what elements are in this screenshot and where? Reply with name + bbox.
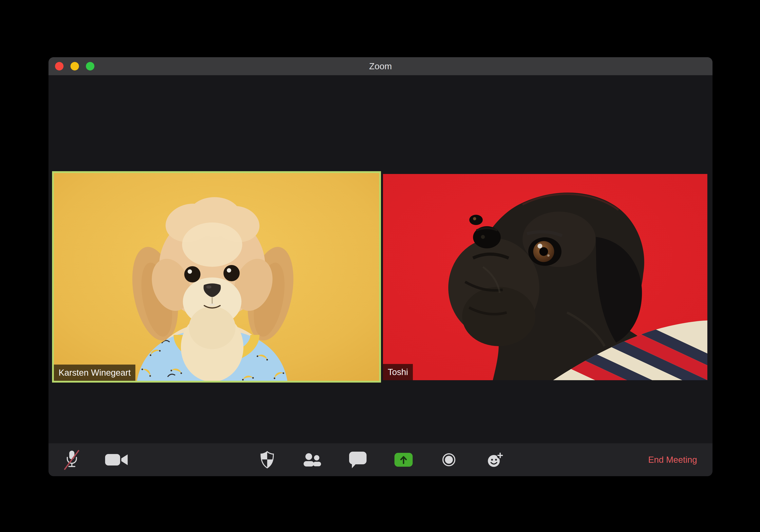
window-titlebar[interactable]: Zoom bbox=[48, 57, 712, 75]
reactions-button[interactable] bbox=[485, 451, 505, 468]
chat-icon bbox=[348, 451, 367, 469]
camera-icon bbox=[105, 452, 129, 468]
video-feed-black-pug bbox=[383, 174, 707, 380]
security-button[interactable] bbox=[259, 451, 275, 469]
video-feed-tan-dog bbox=[54, 173, 379, 381]
share-screen-icon bbox=[395, 453, 413, 467]
microphone-muted-icon bbox=[63, 449, 80, 470]
chat-button[interactable] bbox=[348, 451, 367, 469]
record-icon bbox=[441, 452, 457, 468]
security-shield-icon bbox=[259, 451, 275, 469]
participant-name-label: Karsten Winegeart bbox=[54, 364, 135, 381]
desktop-background: Zoom bbox=[0, 0, 760, 532]
participants-button[interactable] bbox=[301, 452, 324, 468]
meeting-toolbar: End Meeting bbox=[48, 443, 712, 476]
record-button[interactable] bbox=[441, 452, 457, 468]
zoom-window: Zoom bbox=[48, 57, 712, 476]
meeting-stage: Karsten Winegeart bbox=[48, 75, 712, 443]
mute-button[interactable] bbox=[63, 449, 80, 470]
reactions-icon bbox=[485, 451, 505, 468]
camera-button[interactable] bbox=[105, 452, 129, 468]
video-tile-toshi[interactable]: Toshi bbox=[383, 174, 707, 380]
video-tile-karsten[interactable]: Karsten Winegeart bbox=[52, 171, 381, 383]
share-screen-button[interactable] bbox=[395, 453, 413, 467]
participant-name-label: Toshi bbox=[383, 364, 413, 380]
window-title: Zoom bbox=[48, 57, 712, 75]
end-meeting-button[interactable]: End Meeting bbox=[648, 455, 697, 465]
participants-icon bbox=[301, 452, 324, 468]
